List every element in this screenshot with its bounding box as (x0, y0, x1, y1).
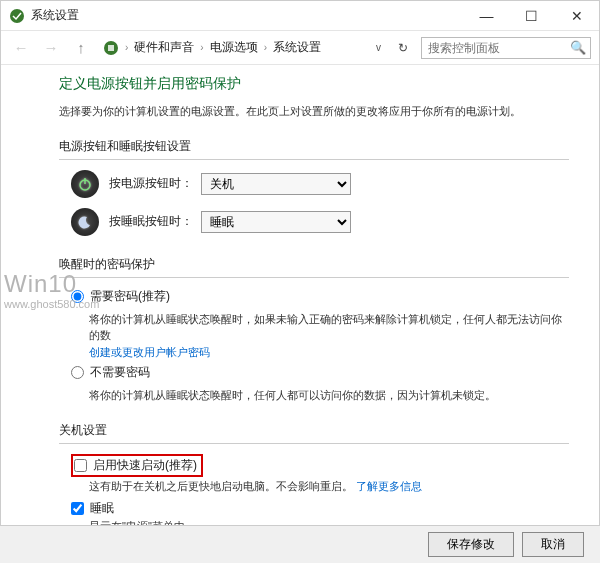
chevron-right-icon: › (198, 42, 205, 53)
forward-button[interactable]: → (39, 36, 63, 60)
window-title: 系统设置 (31, 7, 79, 24)
fast-startup-checkbox[interactable] (74, 459, 87, 472)
save-button[interactable]: 保存修改 (428, 532, 514, 557)
breadcrumb-item-power[interactable]: 电源选项 (210, 39, 258, 56)
cancel-button[interactable]: 取消 (522, 532, 584, 557)
require-password-radio[interactable] (71, 290, 84, 303)
no-password-label: 不需要密码 (90, 364, 150, 381)
no-password-note: 将你的计算机从睡眠状态唤醒时，任何人都可以访问你的数据，因为计算机未锁定。 (89, 387, 569, 404)
fast-startup-label: 启用快速启动(推荐) (93, 457, 197, 474)
fast-startup-row: 启用快速启动(推荐) (71, 454, 569, 477)
section-rule (59, 277, 569, 278)
power-button-row: 按电源按钮时： 关机 (71, 170, 569, 198)
section-rule (59, 443, 569, 444)
fast-startup-note: 这有助于在关机之后更快地启动电脑。不会影响重启。 了解更多信息 (89, 479, 569, 494)
breadcrumb-item-system[interactable]: 系统设置 (273, 39, 321, 56)
section-shutdown-title: 关机设置 (59, 422, 569, 439)
breadcrumb-item-hardware[interactable]: 硬件和声音 (134, 39, 194, 56)
fast-startup-highlight: 启用快速启动(推荐) (71, 454, 203, 477)
back-button[interactable]: ← (9, 36, 33, 60)
page-description: 选择要为你的计算机设置的电源设置。在此页上对设置所做的更改将应用于你所有的电源计… (59, 103, 569, 120)
sleep-option-label: 睡眠 (90, 500, 114, 517)
require-password-note: 将你的计算机从睡眠状态唤醒时，如果未输入正确的密码来解除计算机锁定，任何人都无法… (89, 311, 569, 361)
app-icon (9, 8, 25, 24)
svg-point-0 (10, 9, 24, 23)
title-bar: 系统设置 — ☐ ✕ (1, 1, 599, 31)
maximize-button[interactable]: ☐ (509, 1, 554, 31)
power-button-label: 按电源按钮时： (109, 175, 201, 192)
sleep-button-label: 按睡眠按钮时： (109, 213, 201, 230)
control-panel-icon (103, 40, 119, 56)
minimize-button[interactable]: — (464, 1, 509, 31)
power-icon (71, 170, 99, 198)
up-button[interactable]: ↑ (69, 36, 93, 60)
refresh-icon[interactable]: ↻ (393, 41, 413, 55)
sleep-row: 睡眠 (71, 500, 569, 517)
close-button[interactable]: ✕ (554, 1, 599, 31)
chevron-right-icon: › (262, 42, 269, 53)
power-button-action-select[interactable]: 关机 (201, 173, 351, 195)
content-area: 定义电源按钮并启用密码保护 选择要为你的计算机设置的电源设置。在此页上对设置所做… (1, 65, 599, 525)
breadcrumb-dropdown-icon[interactable]: v (372, 42, 385, 53)
require-password-label: 需要密码(推荐) (90, 288, 170, 305)
chevron-right-icon: › (123, 42, 130, 53)
radio-require-password[interactable]: 需要密码(推荐) (71, 288, 569, 305)
no-password-radio[interactable] (71, 366, 84, 379)
section-power-buttons-title: 电源按钮和睡眠按钮设置 (59, 138, 569, 155)
breadcrumb[interactable]: › 硬件和声音 › 电源选项 › 系统设置 (103, 39, 321, 56)
page-heading: 定义电源按钮并启用密码保护 (59, 75, 569, 93)
section-rule (59, 159, 569, 160)
footer: 保存修改 取消 (0, 525, 600, 563)
toolbar: ← → ↑ › 硬件和声音 › 电源选项 › 系统设置 v ↻ 🔍 (1, 31, 599, 65)
search-input[interactable] (422, 38, 590, 58)
sleep-button-action-select[interactable]: 睡眠 (201, 211, 351, 233)
section-password-title: 唤醒时的密码保护 (59, 256, 569, 273)
fast-startup-more-link[interactable]: 了解更多信息 (356, 480, 422, 492)
search-box[interactable]: 🔍 (421, 37, 591, 59)
change-password-link[interactable]: 创建或更改用户帐户密码 (89, 346, 210, 358)
sleep-checkbox[interactable] (71, 502, 84, 515)
radio-no-password[interactable]: 不需要密码 (71, 364, 569, 381)
search-icon: 🔍 (570, 40, 586, 55)
sleep-button-row: 按睡眠按钮时： 睡眠 (71, 208, 569, 236)
moon-icon (71, 208, 99, 236)
svg-rect-2 (108, 45, 114, 51)
